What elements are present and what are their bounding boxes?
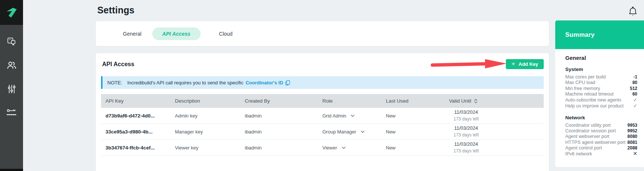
summary-row: Help us improve our product ✓ [565,103,637,109]
summary-row: Auto-subscribe new agents ✓ [565,97,637,103]
notifications-button[interactable] [627,6,639,19]
sidebar-nav [0,25,23,119]
created-by-value: ibadmin [240,145,318,151]
summary-row: IPv6 network ✕ [565,151,637,157]
tab-cloud[interactable]: Cloud [219,31,233,37]
builds-icon [7,36,17,46]
summary-row: Agent control port 2088 [565,145,637,151]
summary-row: Coordinator utility port 9953 [565,123,637,128]
summary-body: General System Max cores per build -1 Ma… [555,49,644,157]
last-used-value: New [381,113,445,119]
incredibuild-logo[interactable] [0,0,23,25]
table-row[interactable]: d73b9af6-d472-4d0... Admin key ibadmin G… [101,108,544,124]
check-icon: ✓ [633,103,637,109]
tab-general[interactable]: General [123,31,142,37]
column-header-role: Role [318,98,381,104]
chevron-down-icon [361,130,365,133]
copy-icon[interactable] [285,80,290,86]
summary-section-general: General [565,55,637,61]
valid-until-cell: 11/03/2024 173 days left [445,125,544,138]
users-icon [6,60,17,71]
bell-icon [628,6,638,18]
summary-row: HTTPS agent webserver port 8081 [565,140,637,145]
note-label: NOTE: [107,80,122,86]
chevron-down-icon [342,146,346,149]
api-key-value: 33ce95a3-d980-4b... [101,129,170,135]
incredibuild-logo-icon [5,6,18,19]
summary-row: Machine reload timeout 60 [565,91,637,97]
page-title: Settings [97,5,134,16]
column-header-description: Description [170,98,240,104]
sidebar-item-builds[interactable] [6,35,17,47]
created-by-value: ibadmin [240,129,318,135]
description-value: Viewer key [170,145,240,151]
summary-header: Summary [555,20,644,49]
description-value: Admin key [170,113,240,119]
summary-group-system: System [565,67,637,72]
summary-panel: Summary General System Max cores per bui… [555,20,644,167]
summary-row: Max cores per build -1 [565,74,637,80]
table-header-row: API Key Description Created By Role Last… [101,94,544,108]
app-root: Settings General API Access Cloud API Ac… [0,0,644,171]
column-header-last-used: Last Used [381,98,445,104]
api-key-value: d73b9af6-d472-4d0... [101,113,170,119]
api-key-icon [6,108,17,117]
role-dropdown[interactable]: Grid Admin [318,113,381,119]
add-key-button[interactable]: + Add Key [506,59,544,69]
summary-row: Coordinator session port 9952 [565,128,637,134]
chevron-down-icon [351,114,355,117]
annotation-arrow-icon [429,58,508,70]
api-access-panel: API Access + Add Key NOTE: Incredibuild'… [96,53,549,171]
sidebar-item-users[interactable] [6,59,17,71]
settings-tabs: General API Access Cloud [96,21,549,46]
role-dropdown[interactable]: Viewer [318,145,381,151]
description-value: Manager key [170,129,240,135]
summary-row: Max CPU load 80 [565,80,637,86]
sidebar-item-settings[interactable] [6,83,17,95]
table-row[interactable]: 3b347674-ffcb-4cef... Viewer key ibadmin… [101,140,544,156]
table-row[interactable]: 33ce95a3-d980-4b... Manager key ibadmin … [101,124,544,140]
sidebar [0,0,23,171]
sliders-icon [7,84,17,94]
cross-icon: ✕ [633,151,637,157]
note-banner: NOTE: Incredibuild's API call requires y… [101,76,544,89]
sort-icon[interactable] [474,99,478,104]
last-used-value: New [381,129,445,135]
column-header-api-key: API Key [101,98,170,104]
api-access-heading: API Access [102,61,134,68]
api-key-value: 3b347674-ffcb-4cef... [101,145,170,151]
add-key-label: Add Key [518,61,538,67]
check-icon: ✓ [633,97,637,103]
summary-group-network: Network [565,115,637,120]
sidebar-item-api-keys[interactable] [6,107,17,119]
column-header-created-by: Created By [240,98,318,104]
summary-title: Summary [565,31,595,39]
plus-icon: + [511,61,515,67]
column-header-valid-until[interactable]: Valid Until [445,98,544,104]
tab-api-access[interactable]: API Access [152,28,201,40]
last-used-value: New [381,145,445,151]
note-text: Incredibuild's API call requires you to … [127,80,243,86]
valid-until-cell: 11/03/2024 173 days left [445,109,544,122]
summary-row: Agent webserver port 8080 [565,134,637,139]
role-dropdown[interactable]: Group Manager [318,129,381,135]
summary-row: Min free memory 512 [565,86,637,91]
sidebar-bottom-strip [0,169,23,171]
created-by-value: ibadmin [240,113,318,119]
coordinators-id-link[interactable]: Coordinator's ID [245,80,283,86]
valid-until-cell: 11/03/2024 173 days left [445,141,544,154]
api-keys-table: API Key Description Created By Role Last… [101,94,544,156]
